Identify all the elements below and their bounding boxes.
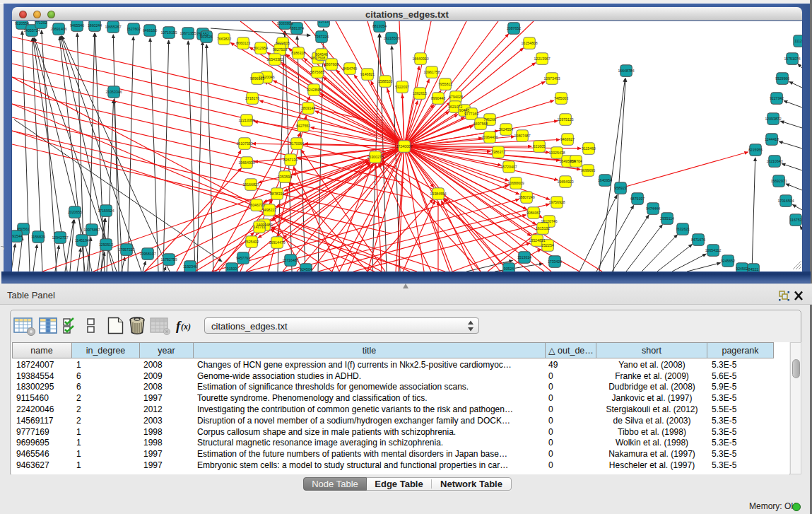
svg-text:10975867: 10975867 (83, 228, 100, 232)
svg-text:958923: 958923 (614, 186, 626, 190)
svg-text:904704: 904704 (570, 159, 582, 163)
svg-text:17240007: 17240007 (396, 144, 412, 148)
svg-text:8878334: 8878334 (270, 192, 284, 196)
svg-text:10671355: 10671355 (180, 31, 196, 35)
svg-text:9084067: 9084067 (526, 211, 541, 215)
svg-text:84521: 84521 (748, 267, 759, 271)
svg-text:8454749: 8454749 (343, 66, 357, 71)
svg-text:9699695: 9699695 (581, 168, 595, 173)
svg-text:621605: 621605 (533, 144, 545, 148)
svg-text:2718176: 2718176 (245, 96, 259, 100)
svg-text:6497568: 6497568 (473, 122, 488, 126)
svg-text:1145194: 1145194 (75, 238, 89, 243)
svg-text:19166827: 19166827 (242, 182, 259, 187)
svg-text:7485003: 7485003 (554, 96, 568, 100)
svg-text:8660123: 8660123 (236, 41, 250, 45)
svg-text:16154808: 16154808 (521, 41, 537, 45)
svg-text:924504: 924504 (300, 267, 312, 271)
svg-text:18807249: 18807249 (518, 195, 534, 199)
svg-text:6794028: 6794028 (449, 95, 463, 99)
svg-text:12213967: 12213967 (534, 57, 550, 61)
svg-text:15720407: 15720407 (500, 165, 517, 169)
svg-text:8990448: 8990448 (431, 96, 445, 100)
svg-text:5875685: 5875685 (310, 70, 324, 74)
svg-text:8267130: 8267130 (283, 158, 298, 162)
svg-text:9457791: 9457791 (236, 256, 250, 260)
svg-text:91500: 91500 (227, 267, 237, 271)
svg-text:1615132: 1615132 (536, 226, 550, 230)
svg-text:924502: 924502 (736, 267, 748, 271)
svg-text:1362615: 1362615 (413, 91, 427, 95)
svg-text:1244418: 1244418 (765, 137, 779, 141)
svg-text:19654923: 19654923 (557, 180, 573, 184)
svg-text:9120554: 9120554 (15, 21, 29, 25)
svg-text:10688609: 10688609 (507, 181, 524, 185)
svg-text:7955812: 7955812 (438, 82, 452, 86)
svg-text:7386372: 7386372 (491, 150, 505, 154)
svg-text:1527602: 1527602 (126, 27, 141, 31)
svg-text:19218506: 19218506 (383, 36, 399, 40)
svg-text:1588520: 1588520 (378, 79, 392, 83)
svg-text:9465546: 9465546 (70, 23, 84, 28)
svg-text:2867608: 2867608 (324, 62, 339, 66)
svg-text:1733426: 1733426 (548, 259, 562, 264)
svg-text:21053346: 21053346 (105, 90, 122, 94)
svg-text:90524: 90524 (504, 267, 514, 271)
svg-text:141711: 141711 (254, 225, 266, 229)
svg-text:17957223: 17957223 (118, 247, 134, 252)
svg-text:14055724: 14055724 (23, 28, 40, 33)
svg-text:19654935: 19654935 (238, 160, 254, 165)
svg-text:10655267: 10655267 (105, 25, 121, 29)
svg-text:991544: 991544 (12, 234, 23, 238)
svg-text:9146821: 9146821 (360, 72, 375, 76)
svg-text:16046736: 16046736 (248, 203, 264, 207)
svg-text:7632621: 7632621 (676, 227, 690, 231)
svg-text:8912954: 8912954 (254, 46, 268, 50)
svg-text:1881374: 1881374 (290, 26, 304, 30)
svg-text:1250513: 1250513 (99, 243, 113, 247)
svg-text:903526: 903526 (200, 35, 212, 39)
svg-text:15692971: 15692971 (770, 179, 787, 183)
svg-text:1513614: 1513614 (517, 255, 531, 259)
svg-text:12942737: 12942737 (52, 235, 68, 240)
svg-text:2935114: 2935114 (660, 216, 674, 221)
svg-text:15300275: 15300275 (367, 155, 383, 159)
svg-text:1156829: 1156829 (31, 235, 45, 239)
svg-text:11123: 11123 (794, 39, 802, 43)
svg-text:116753: 116753 (790, 218, 802, 222)
svg-text:771202: 771202 (35, 21, 47, 25)
svg-text:15716485: 15716485 (282, 258, 298, 262)
svg-text:17016504: 17016504 (777, 199, 794, 203)
svg-text:10973493: 10973493 (543, 76, 560, 81)
svg-text:9227342: 9227342 (770, 96, 784, 100)
svg-text:5322605: 5322605 (276, 41, 290, 45)
svg-text:9896163: 9896163 (250, 76, 264, 81)
svg-text:20691406: 20691406 (50, 27, 66, 31)
svg-text:10961758: 10961758 (423, 70, 440, 74)
svg-text:9115460: 9115460 (582, 146, 596, 151)
svg-text:17159924: 17159924 (98, 209, 114, 213)
svg-text:1640954: 1640954 (598, 178, 612, 182)
svg-text:3498222: 3498222 (262, 208, 276, 212)
svg-text:16640910: 16640910 (412, 57, 428, 61)
svg-text:1860244: 1860244 (88, 23, 102, 28)
svg-text:9474444: 9474444 (646, 206, 660, 211)
svg-text:9827503: 9827503 (273, 47, 287, 52)
svg-text:8471676: 8471676 (691, 238, 705, 242)
svg-text:16543382: 16543382 (266, 57, 283, 62)
svg-text:13524851: 13524851 (529, 238, 545, 243)
svg-text:8813054: 8813054 (372, 24, 387, 28)
svg-text:7663822: 7663822 (217, 37, 231, 41)
svg-text:10025438: 10025438 (548, 151, 565, 155)
svg-text:20364436: 20364436 (481, 135, 498, 139)
svg-text:9463627: 9463627 (560, 137, 575, 141)
svg-text:19384554: 19384554 (430, 192, 446, 196)
svg-text:4170064: 4170064 (290, 141, 304, 146)
svg-text:16782759: 16782759 (160, 257, 177, 262)
svg-text:8186328: 8186328 (291, 51, 305, 55)
svg-text:5322037: 5322037 (395, 85, 409, 89)
svg-text:904546: 904546 (315, 52, 327, 57)
svg-text:15751074: 15751074 (784, 57, 800, 61)
svg-text:16648784: 16648784 (618, 69, 634, 73)
svg-text:850561: 850561 (17, 227, 29, 231)
